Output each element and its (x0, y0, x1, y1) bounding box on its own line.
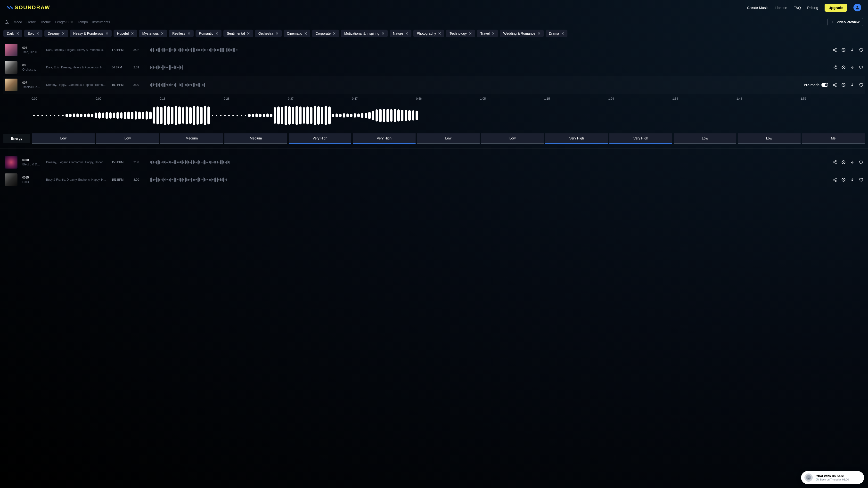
track-waveform[interactable] (150, 176, 828, 184)
close-icon[interactable] (276, 32, 278, 35)
tag-technology[interactable]: Technology (446, 30, 475, 37)
track-row[interactable]: 0015 Rock Busy & Frantic, Dreamy, Euphor… (3, 171, 865, 189)
tag-epic[interactable]: Epic (24, 30, 42, 37)
refresh-icon[interactable] (841, 83, 846, 87)
tag-orchestra[interactable]: Orchestra (255, 30, 281, 37)
close-icon[interactable] (305, 32, 307, 35)
energy-cell[interactable]: Very High (610, 133, 672, 143)
close-icon[interactable] (37, 32, 39, 35)
tag-travel[interactable]: Travel (477, 30, 498, 37)
energy-cell[interactable]: Very High (353, 133, 415, 143)
track-row[interactable]: 0010 Electro & D… Dreamy, Elegant, Glamo… (3, 154, 865, 171)
track-waveform[interactable] (150, 64, 828, 71)
tag-romantic[interactable]: Romantic (195, 30, 221, 37)
tag-motivational-inspiring[interactable]: Motivational & Inspiring (341, 30, 388, 37)
logo[interactable]: SOUNDRAW (7, 4, 50, 11)
share-icon[interactable] (833, 177, 837, 182)
track-row[interactable]: 004 Trap, Hip H… Dark, Dreamy, Elegant, … (3, 41, 865, 59)
track-thumbnail[interactable] (5, 156, 18, 169)
close-icon[interactable] (188, 32, 190, 35)
heart-icon[interactable] (859, 160, 863, 164)
filter-genre[interactable]: Genre (26, 20, 36, 24)
energy-cell[interactable]: Very High (545, 133, 608, 143)
energy-cell[interactable]: Very High (289, 133, 351, 143)
close-icon[interactable] (131, 32, 134, 35)
tag-mysterious[interactable]: Mysterious (139, 30, 167, 37)
tag-cinematic[interactable]: Cinematic (284, 30, 310, 37)
download-icon[interactable] (850, 177, 855, 182)
track-waveform[interactable] (150, 158, 828, 166)
close-icon[interactable] (247, 32, 250, 35)
track-thumbnail[interactable] (5, 78, 18, 91)
tag-restless[interactable]: Restless (169, 30, 194, 37)
close-icon[interactable] (538, 32, 540, 35)
heart-icon[interactable] (859, 83, 863, 87)
tag-sentimental[interactable]: Sentimental (223, 30, 253, 37)
tag-nature[interactable]: Nature (390, 30, 411, 37)
share-icon[interactable] (833, 160, 837, 164)
share-icon[interactable] (833, 48, 837, 52)
energy-cell[interactable]: Low (738, 133, 800, 143)
close-icon[interactable] (216, 32, 218, 35)
tag-dreamy[interactable]: Dreamy (44, 30, 68, 37)
filter-sliders-icon[interactable] (5, 20, 9, 24)
chat-widget[interactable]: Chat with us here 🕒 Back on Thursday 03:… (801, 471, 864, 484)
energy-cell[interactable]: Low (32, 133, 95, 143)
heart-icon[interactable] (859, 48, 863, 52)
filter-length[interactable]: Length 3:00 (55, 20, 73, 24)
close-icon[interactable] (382, 32, 384, 35)
track-thumbnail[interactable] (5, 61, 18, 74)
heart-icon[interactable] (859, 177, 863, 182)
close-icon[interactable] (562, 32, 564, 35)
refresh-icon[interactable] (841, 177, 846, 182)
tag-heavy-ponderous[interactable]: Heavy & Ponderous (70, 30, 112, 37)
tag-hopeful[interactable]: Hopeful (114, 30, 137, 37)
energy-cell[interactable]: Low (417, 133, 479, 143)
download-icon[interactable] (850, 83, 855, 87)
close-icon[interactable] (106, 32, 108, 35)
tag-corporate[interactable]: Corporate (312, 30, 339, 37)
track-row[interactable]: 007 Tropical Ho… Dreamy, Happy, Glamorou… (3, 76, 865, 94)
energy-cell[interactable]: Medium (224, 133, 287, 143)
nav-faq[interactable]: FAQ (794, 6, 801, 10)
upgrade-button[interactable]: Upgrade (825, 4, 847, 12)
video-preview-button[interactable]: Video Preview (828, 18, 863, 26)
tag-photography[interactable]: Photography (413, 30, 444, 37)
close-icon[interactable] (406, 32, 408, 35)
nav-license[interactable]: License (775, 6, 787, 10)
nav-pricing[interactable]: Pricing (807, 6, 818, 10)
refresh-icon[interactable] (841, 48, 846, 52)
nav-create-music[interactable]: Create Music (747, 6, 768, 10)
tag-wedding-romance[interactable]: Wedding & Romance (500, 30, 544, 37)
filter-theme[interactable]: Theme (40, 20, 51, 24)
energy-cell[interactable]: Low (96, 133, 159, 143)
pro-mode-toggle[interactable]: Pro mode (804, 83, 828, 87)
energy-cell[interactable]: Me (802, 133, 865, 143)
waveform-large[interactable] (3, 103, 865, 128)
tag-drama[interactable]: Drama (546, 30, 567, 37)
energy-cell[interactable]: Medium (160, 133, 223, 143)
close-icon[interactable] (469, 32, 472, 35)
filter-instruments[interactable]: Instruments (92, 20, 110, 24)
close-icon[interactable] (62, 32, 65, 35)
energy-cell[interactable]: Low (481, 133, 544, 143)
refresh-icon[interactable] (841, 160, 846, 164)
filter-mood[interactable]: Mood (13, 20, 22, 24)
share-icon[interactable] (833, 65, 837, 70)
close-icon[interactable] (161, 32, 163, 35)
tag-dark[interactable]: Dark (3, 30, 22, 37)
track-waveform[interactable] (150, 81, 799, 89)
user-avatar[interactable] (854, 4, 861, 11)
track-waveform[interactable] (150, 46, 828, 54)
filter-tempo[interactable]: Tempo (78, 20, 88, 24)
share-icon[interactable] (833, 83, 837, 87)
track-thumbnail[interactable] (5, 173, 18, 186)
heart-icon[interactable] (859, 65, 863, 70)
download-icon[interactable] (850, 160, 855, 164)
energy-cell[interactable]: Low (674, 133, 736, 143)
refresh-icon[interactable] (841, 65, 846, 70)
track-thumbnail[interactable] (5, 44, 18, 56)
close-icon[interactable] (17, 32, 19, 35)
close-icon[interactable] (492, 32, 494, 35)
download-icon[interactable] (850, 48, 855, 52)
